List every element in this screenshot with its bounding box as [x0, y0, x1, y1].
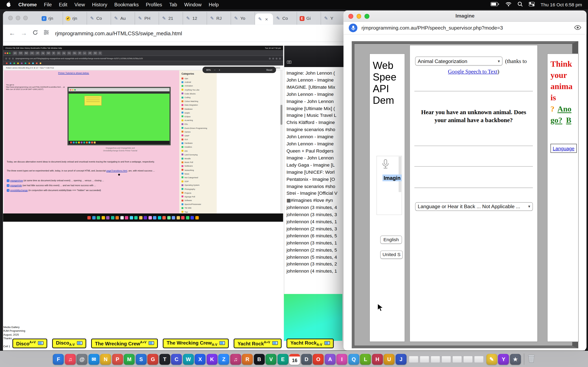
media-toggle-button[interactable]: DiscoA-V	[52, 338, 86, 348]
browser-tab[interactable]: ✔rjn	[63, 12, 87, 25]
imagine-address-bar[interactable]: rjmprogramming.com.au/PHP/speech_supervi…	[362, 25, 570, 31]
dock-app-icon[interactable]: Z	[218, 354, 229, 365]
active-app-name[interactable]: Chrome	[18, 2, 37, 8]
battery-icon[interactable]	[490, 2, 499, 8]
another-go-link[interactable]: go?	[550, 116, 562, 125]
browser-tab-active[interactable]: ✎ ×	[255, 13, 273, 25]
dock-app-icon[interactable]: U	[384, 354, 394, 365]
menu-item[interactable]: Window	[184, 2, 201, 8]
dock-app-icon[interactable]: Y	[498, 354, 509, 365]
media-toggle-button[interactable]: DiscoA+V	[12, 338, 47, 348]
forward-button[interactable]: →	[21, 29, 27, 37]
dock-app-icon[interactable]: B	[254, 354, 265, 365]
dock-app-icon[interactable]: F	[53, 354, 64, 365]
zoom-window-button[interactable]	[23, 16, 28, 20]
browser-tab[interactable]: ✎PH	[135, 12, 159, 25]
menu-item[interactable]: History	[92, 2, 107, 8]
dock-app-icon[interactable]: E	[277, 354, 288, 365]
trash-icon[interactable]	[527, 354, 535, 365]
dock-app-icon[interactable]: ♫	[65, 354, 76, 365]
dock-app-icon[interactable]: S	[136, 354, 146, 365]
language-link-box[interactable]: Language	[550, 144, 577, 153]
dock-app-icon[interactable]: Q	[348, 354, 359, 365]
dock-app-icon[interactable]: ♫	[230, 354, 241, 365]
language-link[interactable]: Language	[553, 146, 574, 151]
google-speech-link[interactable]: Google Speech to Text	[448, 68, 497, 75]
browser-tab[interactable]: ✎Yo	[231, 12, 255, 25]
browser-tab[interactable]: EGi	[297, 12, 321, 25]
media-toggle-button[interactable]: The Wrecking CrewA+V	[91, 338, 158, 348]
country-button[interactable]: United S	[380, 250, 403, 259]
calendar-app-icon[interactable]: 16	[289, 354, 300, 365]
minimized-window-thumbnail[interactable]	[474, 356, 484, 363]
dock-app-icon[interactable]: P	[112, 354, 123, 365]
dock-app-icon[interactable]: ★	[510, 354, 521, 365]
dock-app-icon[interactable]: @	[77, 354, 87, 365]
menu-bar-clock[interactable]: Thu 16 Oct 6:58 pm	[541, 2, 582, 7]
minimized-window-thumbnail[interactable]	[409, 356, 419, 363]
zoom-window-button[interactable]	[364, 14, 369, 18]
microphone-permission-icon[interactable]	[349, 24, 357, 32]
dock-app-icon[interactable]: K	[207, 354, 217, 365]
browser-tab[interactable]: rrjn	[39, 12, 63, 25]
browser-tab[interactable]: ✎RJ	[207, 12, 231, 25]
address-bar[interactable]: rjmprogramming.com.au/HTMLCSS/swipe_medi…	[55, 30, 182, 36]
minimized-window-thumbnail[interactable]	[463, 356, 473, 363]
playback-select[interactable]: Language or Hear it Back ... Not Applica…	[415, 202, 533, 211]
media-toggle-button[interactable]: Yacht RockA-V	[287, 338, 334, 348]
menu-item[interactable]: View	[75, 2, 85, 8]
minimize-window-button[interactable]	[16, 16, 20, 20]
dock-app-icon[interactable]: ✎	[486, 354, 497, 365]
eye-icon[interactable]	[574, 25, 581, 31]
minimized-window-thumbnail[interactable]	[420, 356, 430, 363]
dock-app-icon[interactable]: T	[159, 354, 170, 365]
back-button[interactable]: ←	[9, 29, 15, 37]
close-window-button[interactable]	[8, 16, 13, 20]
browser-tab[interactable]: ✎21	[159, 12, 183, 25]
reload-button[interactable]	[32, 29, 38, 37]
imagine-title-bar[interactable]: Imagine	[343, 10, 586, 22]
another-go-link[interactable]: Ano	[557, 104, 571, 113]
browser-tab[interactable]: ✎Co	[87, 12, 111, 25]
dock-app-icon[interactable]: W	[183, 354, 194, 365]
dock-app-icon[interactable]: C	[171, 354, 182, 365]
dock-app-icon[interactable]: L	[360, 354, 371, 365]
site-settings-tune-icon[interactable]	[43, 30, 49, 37]
minimized-window-thumbnail[interactable]	[441, 356, 451, 363]
dock-app-icon[interactable]: H	[372, 354, 383, 365]
language-button[interactable]: English	[380, 235, 402, 244]
dock-app-icon[interactable]: J	[396, 354, 406, 365]
category-select[interactable]: Animal Categorization ▾	[415, 57, 502, 66]
dock-app-icon[interactable]: M	[124, 354, 135, 365]
media-toggle-button[interactable]: The Wrecking CrewA-V	[163, 338, 229, 348]
menu-item[interactable]: Edit	[59, 2, 67, 8]
dock-app-icon[interactable]: G	[147, 354, 158, 365]
minimized-window-thumbnail[interactable]	[431, 356, 440, 363]
browser-tab[interactable]: ✎12	[183, 12, 207, 25]
menu-item[interactable]: Tab	[169, 2, 177, 8]
browser-tab[interactable]: ✎Au	[111, 12, 135, 25]
browser-tab[interactable]: ✎Y	[321, 12, 345, 25]
dock-app-icon[interactable]: D	[301, 354, 312, 365]
minimize-window-button[interactable]	[356, 14, 361, 18]
browser-tab[interactable]: ✎Co	[273, 12, 297, 25]
dock-app-icon[interactable]: R	[242, 354, 253, 365]
media-toggle-button[interactable]: Yacht RockA+V	[234, 338, 282, 348]
dock-app-icon[interactable]: I	[337, 354, 347, 365]
minimized-window-thumbnail[interactable]	[452, 356, 462, 363]
dock-app-icon[interactable]: V	[266, 354, 277, 365]
control-center-icon[interactable]	[528, 2, 535, 8]
wifi-icon[interactable]	[505, 2, 511, 8]
spotlight-search-icon[interactable]	[517, 1, 523, 8]
menu-item[interactable]: Bookmarks	[114, 2, 139, 8]
back-link[interactable]: B	[566, 116, 571, 125]
dock-app-icon[interactable]: A	[325, 354, 336, 365]
close-window-button[interactable]	[348, 14, 353, 18]
menu-item[interactable]: File	[44, 2, 52, 8]
dock-app-icon[interactable]: O	[313, 354, 324, 365]
dock-app-icon[interactable]: X	[195, 354, 206, 365]
menu-item[interactable]: Help	[209, 2, 219, 8]
tab-close-icon[interactable]: ×	[265, 16, 268, 22]
menu-item[interactable]: Profiles	[146, 2, 162, 8]
dock-app-icon[interactable]: ✉	[88, 354, 99, 365]
